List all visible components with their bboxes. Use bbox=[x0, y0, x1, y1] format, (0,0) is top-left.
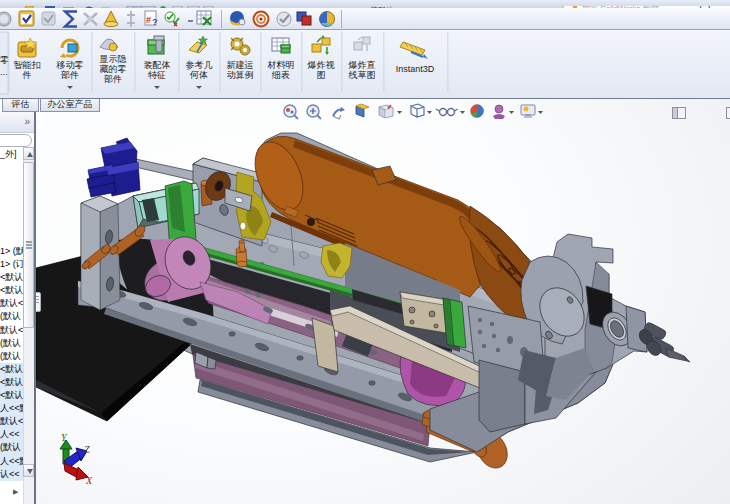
svg-text:特征: 特征 bbox=[148, 70, 166, 80]
svg-text:#: # bbox=[146, 15, 151, 25]
svg-text:移动零: 移动零 bbox=[56, 60, 84, 70]
svg-text:动算例: 动算例 bbox=[227, 70, 254, 80]
svg-text:Z: Z bbox=[84, 444, 90, 455]
svg-text:X: X bbox=[85, 475, 93, 486]
svg-text:部件: 部件 bbox=[61, 70, 79, 80]
svg-text:智能扣: 智能扣 bbox=[14, 60, 41, 70]
svg-text:何体: 何体 bbox=[189, 70, 208, 80]
svg-text:藏的零: 藏的零 bbox=[100, 64, 127, 74]
svg-text:线草图: 线草图 bbox=[349, 70, 376, 80]
svg-text:显示隐: 显示隐 bbox=[99, 54, 127, 64]
svg-text:?: ? bbox=[152, 17, 158, 27]
svg-text:Instant3D: Instant3D bbox=[396, 64, 435, 74]
svg-text:爆炸直: 爆炸直 bbox=[349, 60, 376, 70]
svg-text:部件: 部件 bbox=[104, 74, 122, 84]
svg-text:件: 件 bbox=[22, 70, 32, 80]
svg-text:材料明: 材料明 bbox=[267, 60, 295, 70]
svg-text:新建运: 新建运 bbox=[227, 60, 254, 70]
svg-text:爆炸视: 爆炸视 bbox=[308, 60, 335, 70]
svg-text:装配体: 装配体 bbox=[144, 60, 171, 70]
svg-text:...: ... bbox=[0, 67, 8, 77]
svg-text:零: 零 bbox=[0, 55, 9, 65]
svg-text:细表: 细表 bbox=[271, 70, 290, 80]
svg-text:图: 图 bbox=[317, 70, 326, 80]
svg-text:参考几: 参考几 bbox=[186, 60, 213, 70]
